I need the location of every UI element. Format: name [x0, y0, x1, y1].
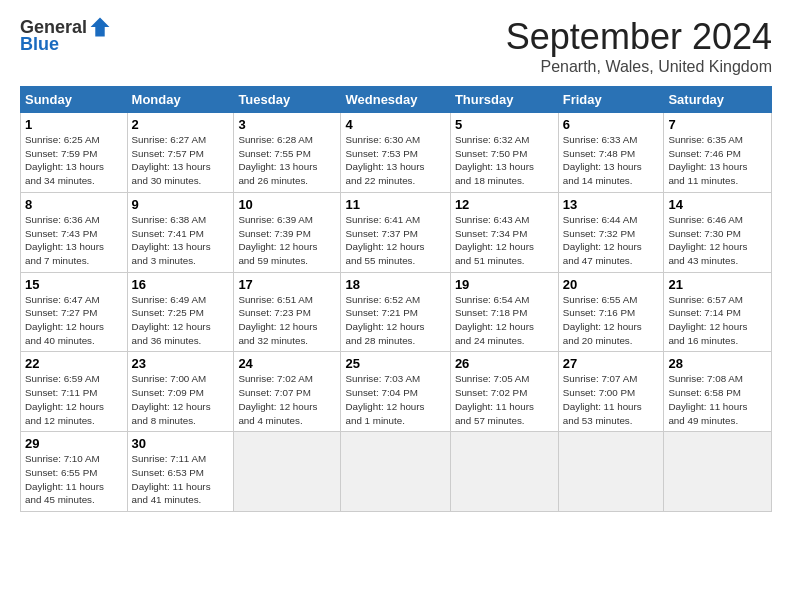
- calendar-cell: 29 Sunrise: 7:10 AMSunset: 6:55 PMDaylig…: [21, 432, 128, 512]
- day-detail: Sunrise: 6:44 AMSunset: 7:32 PMDaylight:…: [563, 214, 642, 266]
- day-detail: Sunrise: 6:39 AMSunset: 7:39 PMDaylight:…: [238, 214, 317, 266]
- day-number: 24: [238, 356, 336, 371]
- weekday-header-thursday: Thursday: [450, 87, 558, 113]
- calendar-cell: 6 Sunrise: 6:33 AMSunset: 7:48 PMDayligh…: [558, 113, 664, 193]
- calendar-cell: 3 Sunrise: 6:28 AMSunset: 7:55 PMDayligh…: [234, 113, 341, 193]
- calendar-cell: 13 Sunrise: 6:44 AMSunset: 7:32 PMDaylig…: [558, 192, 664, 272]
- weekday-header-monday: Monday: [127, 87, 234, 113]
- calendar-cell: 22 Sunrise: 6:59 AMSunset: 7:11 PMDaylig…: [21, 352, 128, 432]
- calendar-cell: 1 Sunrise: 6:25 AMSunset: 7:59 PMDayligh…: [21, 113, 128, 193]
- day-detail: Sunrise: 6:32 AMSunset: 7:50 PMDaylight:…: [455, 134, 534, 186]
- weekday-header-row: SundayMondayTuesdayWednesdayThursdayFrid…: [21, 87, 772, 113]
- calendar-cell: 4 Sunrise: 6:30 AMSunset: 7:53 PMDayligh…: [341, 113, 450, 193]
- calendar-cell: 21 Sunrise: 6:57 AMSunset: 7:14 PMDaylig…: [664, 272, 772, 352]
- header-area: General Blue September 2024 Penarth, Wal…: [20, 16, 772, 76]
- logo-blue: Blue: [20, 34, 59, 55]
- day-detail: Sunrise: 6:30 AMSunset: 7:53 PMDaylight:…: [345, 134, 424, 186]
- day-detail: Sunrise: 6:51 AMSunset: 7:23 PMDaylight:…: [238, 294, 317, 346]
- day-number: 2: [132, 117, 230, 132]
- day-number: 1: [25, 117, 123, 132]
- day-detail: Sunrise: 6:54 AMSunset: 7:18 PMDaylight:…: [455, 294, 534, 346]
- weekday-header-sunday: Sunday: [21, 87, 128, 113]
- day-detail: Sunrise: 7:08 AMSunset: 6:58 PMDaylight:…: [668, 373, 747, 425]
- day-detail: Sunrise: 6:52 AMSunset: 7:21 PMDaylight:…: [345, 294, 424, 346]
- location: Penarth, Wales, United Kingdom: [506, 58, 772, 76]
- calendar-cell: 8 Sunrise: 6:36 AMSunset: 7:43 PMDayligh…: [21, 192, 128, 272]
- day-detail: Sunrise: 6:43 AMSunset: 7:34 PMDaylight:…: [455, 214, 534, 266]
- day-number: 13: [563, 197, 660, 212]
- day-detail: Sunrise: 6:35 AMSunset: 7:46 PMDaylight:…: [668, 134, 747, 186]
- calendar-table: SundayMondayTuesdayWednesdayThursdayFrid…: [20, 86, 772, 512]
- calendar-cell: 12 Sunrise: 6:43 AMSunset: 7:34 PMDaylig…: [450, 192, 558, 272]
- day-detail: Sunrise: 6:57 AMSunset: 7:14 PMDaylight:…: [668, 294, 747, 346]
- day-number: 11: [345, 197, 445, 212]
- calendar-page: General Blue September 2024 Penarth, Wal…: [0, 0, 792, 612]
- calendar-cell: [558, 432, 664, 512]
- day-number: 22: [25, 356, 123, 371]
- day-number: 10: [238, 197, 336, 212]
- day-number: 4: [345, 117, 445, 132]
- calendar-cell: 23 Sunrise: 7:00 AMSunset: 7:09 PMDaylig…: [127, 352, 234, 432]
- calendar-cell: 19 Sunrise: 6:54 AMSunset: 7:18 PMDaylig…: [450, 272, 558, 352]
- day-detail: Sunrise: 6:41 AMSunset: 7:37 PMDaylight:…: [345, 214, 424, 266]
- calendar-cell: 26 Sunrise: 7:05 AMSunset: 7:02 PMDaylig…: [450, 352, 558, 432]
- day-number: 14: [668, 197, 767, 212]
- calendar-cell: 25 Sunrise: 7:03 AMSunset: 7:04 PMDaylig…: [341, 352, 450, 432]
- calendar-cell: [664, 432, 772, 512]
- day-number: 3: [238, 117, 336, 132]
- calendar-cell: 16 Sunrise: 6:49 AMSunset: 7:25 PMDaylig…: [127, 272, 234, 352]
- day-number: 9: [132, 197, 230, 212]
- day-detail: Sunrise: 7:03 AMSunset: 7:04 PMDaylight:…: [345, 373, 424, 425]
- day-detail: Sunrise: 6:46 AMSunset: 7:30 PMDaylight:…: [668, 214, 747, 266]
- day-number: 29: [25, 436, 123, 451]
- day-detail: Sunrise: 6:25 AMSunset: 7:59 PMDaylight:…: [25, 134, 104, 186]
- day-detail: Sunrise: 6:49 AMSunset: 7:25 PMDaylight:…: [132, 294, 211, 346]
- day-number: 5: [455, 117, 554, 132]
- calendar-cell: [234, 432, 341, 512]
- logo-icon: [89, 16, 111, 38]
- weekday-header-friday: Friday: [558, 87, 664, 113]
- calendar-cell: [341, 432, 450, 512]
- day-detail: Sunrise: 6:38 AMSunset: 7:41 PMDaylight:…: [132, 214, 211, 266]
- day-detail: Sunrise: 7:11 AMSunset: 6:53 PMDaylight:…: [132, 453, 211, 505]
- calendar-cell: 14 Sunrise: 6:46 AMSunset: 7:30 PMDaylig…: [664, 192, 772, 272]
- calendar-cell: 17 Sunrise: 6:51 AMSunset: 7:23 PMDaylig…: [234, 272, 341, 352]
- day-number: 8: [25, 197, 123, 212]
- day-number: 26: [455, 356, 554, 371]
- day-detail: Sunrise: 7:05 AMSunset: 7:02 PMDaylight:…: [455, 373, 534, 425]
- day-detail: Sunrise: 7:02 AMSunset: 7:07 PMDaylight:…: [238, 373, 317, 425]
- weekday-header-wednesday: Wednesday: [341, 87, 450, 113]
- weekday-header-saturday: Saturday: [664, 87, 772, 113]
- calendar-cell: 18 Sunrise: 6:52 AMSunset: 7:21 PMDaylig…: [341, 272, 450, 352]
- calendar-cell: 20 Sunrise: 6:55 AMSunset: 7:16 PMDaylig…: [558, 272, 664, 352]
- calendar-week-2: 8 Sunrise: 6:36 AMSunset: 7:43 PMDayligh…: [21, 192, 772, 272]
- day-number: 30: [132, 436, 230, 451]
- calendar-cell: 28 Sunrise: 7:08 AMSunset: 6:58 PMDaylig…: [664, 352, 772, 432]
- day-number: 20: [563, 277, 660, 292]
- day-detail: Sunrise: 7:00 AMSunset: 7:09 PMDaylight:…: [132, 373, 211, 425]
- day-number: 25: [345, 356, 445, 371]
- calendar-cell: [450, 432, 558, 512]
- calendar-cell: 11 Sunrise: 6:41 AMSunset: 7:37 PMDaylig…: [341, 192, 450, 272]
- calendar-cell: 10 Sunrise: 6:39 AMSunset: 7:39 PMDaylig…: [234, 192, 341, 272]
- calendar-cell: 15 Sunrise: 6:47 AMSunset: 7:27 PMDaylig…: [21, 272, 128, 352]
- weekday-header-tuesday: Tuesday: [234, 87, 341, 113]
- day-number: 16: [132, 277, 230, 292]
- calendar-week-3: 15 Sunrise: 6:47 AMSunset: 7:27 PMDaylig…: [21, 272, 772, 352]
- calendar-cell: 7 Sunrise: 6:35 AMSunset: 7:46 PMDayligh…: [664, 113, 772, 193]
- day-detail: Sunrise: 6:47 AMSunset: 7:27 PMDaylight:…: [25, 294, 104, 346]
- calendar-week-4: 22 Sunrise: 6:59 AMSunset: 7:11 PMDaylig…: [21, 352, 772, 432]
- day-number: 12: [455, 197, 554, 212]
- day-number: 27: [563, 356, 660, 371]
- calendar-cell: 24 Sunrise: 7:02 AMSunset: 7:07 PMDaylig…: [234, 352, 341, 432]
- day-number: 15: [25, 277, 123, 292]
- day-detail: Sunrise: 7:07 AMSunset: 7:00 PMDaylight:…: [563, 373, 642, 425]
- svg-marker-0: [91, 18, 110, 37]
- calendar-cell: 2 Sunrise: 6:27 AMSunset: 7:57 PMDayligh…: [127, 113, 234, 193]
- calendar-cell: 5 Sunrise: 6:32 AMSunset: 7:50 PMDayligh…: [450, 113, 558, 193]
- day-number: 21: [668, 277, 767, 292]
- day-detail: Sunrise: 7:10 AMSunset: 6:55 PMDaylight:…: [25, 453, 104, 505]
- day-detail: Sunrise: 6:59 AMSunset: 7:11 PMDaylight:…: [25, 373, 104, 425]
- title-area: September 2024 Penarth, Wales, United Ki…: [506, 16, 772, 76]
- calendar-week-5: 29 Sunrise: 7:10 AMSunset: 6:55 PMDaylig…: [21, 432, 772, 512]
